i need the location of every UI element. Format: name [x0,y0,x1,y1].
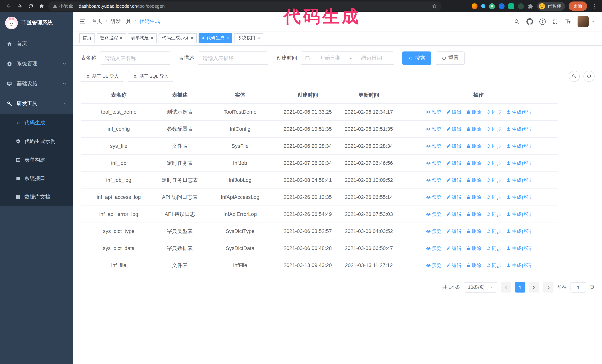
generate-code-link[interactable]: 生成代码 [506,177,531,184]
font-size-icon[interactable] [565,18,571,25]
sidebar-item-form-builder[interactable]: 表单构建 [0,151,73,169]
profile-paused-chip[interactable]: 已暂停 [537,2,565,10]
preview-link[interactable]: 预览 [426,228,441,235]
tab-form-builder[interactable]: 表单构建 [128,33,157,43]
page-button-1[interactable]: 1 [515,282,525,292]
delete-link[interactable]: 删除 [466,245,481,252]
sync-link[interactable]: 同步 [486,262,501,269]
close-icon[interactable] [150,36,153,40]
edit-link[interactable]: 编辑 [446,228,462,235]
preview-link[interactable]: 预览 [426,177,441,184]
user-menu[interactable] [578,16,595,27]
edit-link[interactable]: 编辑 [446,109,462,115]
delete-link[interactable]: 删除 [466,143,481,149]
toggle-search-button[interactable] [569,71,580,82]
generate-code-link[interactable]: 生成代码 [506,109,531,115]
generate-code-link[interactable]: 生成代码 [506,228,531,235]
import-sql-button[interactable]: 基于 SQL 导入 [128,71,173,82]
generate-code-link[interactable]: 生成代码 [506,194,531,200]
close-icon[interactable] [257,36,260,40]
sync-link[interactable]: 同步 [486,194,501,200]
edit-link[interactable]: 编辑 [446,194,462,200]
address-bar[interactable]: 不安全 dashboard.yudao.iocoder.cn/tool/code… [48,1,441,11]
sync-link[interactable]: 同步 [486,177,501,184]
delete-link[interactable]: 删除 [466,160,481,166]
hamburger-icon[interactable] [73,18,92,25]
reset-button[interactable]: 重置 [436,52,464,65]
generate-code-link[interactable]: 生成代码 [506,245,531,252]
sidebar-item-dev-tools[interactable]: 研发工具 [0,94,73,114]
github-icon[interactable] [527,18,533,25]
preview-link[interactable]: 预览 [426,109,441,115]
sidebar-item-system-api[interactable]: 系统接口 [0,169,73,188]
browser-reload-icon[interactable] [26,1,36,11]
prev-page-button[interactable] [501,282,511,292]
edit-link[interactable]: 编辑 [446,177,462,184]
tab-tracing[interactable]: 链路追踪 [97,33,126,43]
bookmark-star-icon[interactable] [431,3,437,9]
browser-home-icon[interactable] [37,1,47,11]
preview-link[interactable]: 预览 [426,262,441,269]
page-button-2[interactable]: 2 [529,282,539,292]
preview-link[interactable]: 预览 [426,211,441,218]
sidebar-item-db-docs[interactable]: 数据库文档 [0,188,73,206]
preview-link[interactable]: 预览 [426,126,441,132]
sync-link[interactable]: 同步 [486,211,501,218]
close-icon[interactable] [226,36,229,40]
import-db-button[interactable]: 基于 DB 导入 [81,71,124,82]
breadcrumb-home[interactable]: 首页 [92,18,102,25]
sync-link[interactable]: 同步 [486,126,501,132]
sidebar-logo[interactable]: 芋道管理系统 [0,12,73,34]
close-icon[interactable] [190,36,193,40]
delete-link[interactable]: 删除 [466,109,481,115]
browser-back-icon[interactable] [4,1,13,11]
sync-link[interactable]: 同步 [486,109,501,115]
tab-system-api[interactable]: 系统接口 [234,33,263,43]
sidebar-item-infrastructure[interactable]: 基础设施 [0,74,73,94]
next-page-button[interactable] [543,282,553,292]
tab-code-generation[interactable]: 代码生成 [199,33,232,43]
preview-link[interactable]: 预览 [426,143,441,149]
edit-link[interactable]: 编辑 [446,160,462,166]
edit-link[interactable]: 编辑 [446,126,462,132]
edit-link[interactable]: 编辑 [446,262,462,269]
browser-forward-icon[interactable] [15,1,24,11]
page-size-select[interactable]: 10条/页 [464,282,497,292]
refresh-table-button[interactable] [583,71,595,82]
extensions-puzzle-icon[interactable] [527,3,533,9]
delete-link[interactable]: 删除 [466,126,481,132]
extension-icon-3[interactable] [489,3,495,9]
generate-code-link[interactable]: 生成代码 [506,262,531,269]
extension-icon-2[interactable] [481,4,485,8]
security-indicator[interactable]: 不安全 [53,3,73,9]
search-icon[interactable] [514,18,520,25]
delete-link[interactable]: 删除 [466,194,481,200]
goto-page-input[interactable] [570,282,586,292]
preview-link[interactable]: 预览 [426,245,441,252]
sync-link[interactable]: 同步 [486,143,501,149]
sidebar-item-system-management[interactable]: 系统管理 [0,54,73,74]
edit-link[interactable]: 编辑 [446,143,462,149]
sidebar-item-codegen-example[interactable]: 代码生成示例 [0,132,73,151]
extension-icon-4[interactable] [499,3,505,9]
tab-home[interactable]: 首页 [79,33,95,43]
edit-link[interactable]: 编辑 [446,211,462,218]
table-name-input[interactable] [100,52,171,65]
close-icon[interactable] [120,36,122,40]
tab-codegen-example[interactable]: 代码生成示例 [159,33,196,43]
preview-link[interactable]: 预览 [426,160,441,166]
sync-link[interactable]: 同步 [486,245,501,252]
breadcrumb-dev-tools[interactable]: 研发工具 [110,18,131,25]
delete-link[interactable]: 删除 [466,228,481,235]
generate-code-link[interactable]: 生成代码 [506,160,531,166]
extension-icon-1[interactable] [472,3,478,9]
sidebar-item-code-generation[interactable]: 代码生成 [0,114,73,132]
delete-link[interactable]: 删除 [466,177,481,184]
table-desc-input[interactable] [198,52,268,65]
browser-menu-kebab-icon[interactable] [591,3,598,9]
delete-link[interactable]: 删除 [466,262,481,269]
generate-code-link[interactable]: 生成代码 [506,143,531,149]
sync-link[interactable]: 同步 [486,160,501,166]
help-icon[interactable] [539,18,546,25]
edit-link[interactable]: 编辑 [446,245,462,252]
